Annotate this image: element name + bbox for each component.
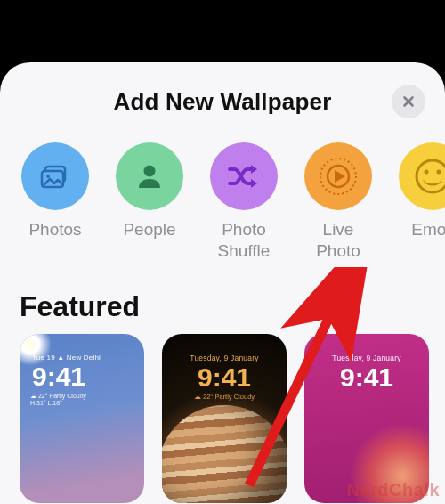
category-label: Photos — [28, 219, 81, 240]
jupiter-graphic — [162, 405, 287, 503]
category-emoji[interactable]: Emoji — [397, 142, 445, 262]
sheet-header: Add New Wallpaper — [0, 80, 445, 123]
category-circle — [399, 142, 445, 210]
wallpaper-date: Tuesday, 9 January — [304, 354, 429, 362]
photos-icon — [37, 159, 73, 194]
wallpaper-date: Tuesday, 9 January — [162, 354, 287, 362]
person-icon — [132, 159, 167, 194]
svg-point-7 — [425, 170, 429, 175]
svg-point-6 — [417, 160, 445, 192]
live-photo-icon — [317, 155, 360, 198]
category-label: People — [123, 219, 175, 240]
svg-point-8 — [437, 170, 441, 175]
svg-point-3 — [144, 166, 156, 177]
category-live-photo[interactable]: Live Photo — [303, 142, 374, 262]
category-photo-shuffle[interactable]: Photo Shuffle — [208, 142, 279, 262]
featured-wallpaper-astronomy[interactable]: Tuesday, 9 January 9:41 ☁ 22° Partly Clo… — [162, 334, 287, 503]
close-button[interactable] — [392, 85, 425, 118]
sheet-title: Add New Wallpaper — [113, 88, 331, 116]
wallpaper-time: 9:41 — [162, 364, 287, 391]
wallpaper-time: 9:41 — [304, 364, 429, 391]
wallpaper-date: Tue 19 ▲ New Delhi — [32, 354, 144, 362]
category-label: Live Photo — [303, 219, 374, 262]
shuffle-icon — [224, 157, 263, 196]
svg-point-2 — [46, 175, 50, 178]
wallpaper-datetime: Tuesday, 9 January 9:41 — [162, 354, 287, 391]
category-row[interactable]: Photos People Photo Shuffle — [0, 123, 445, 262]
wallpaper-datetime: Tue 19 ▲ New Delhi 9:41 — [20, 354, 144, 390]
add-wallpaper-sheet: Add New Wallpaper Photos — [0, 62, 445, 504]
category-label: Emoji — [411, 219, 445, 240]
wallpaper-weather: ☁ 22° Partly Cloudy — [162, 393, 287, 401]
close-icon — [400, 93, 417, 110]
featured-row[interactable]: Tue 19 ▲ New Delhi 9:41 ☁ 22° Partly Clo… — [0, 334, 445, 503]
category-photos[interactable]: Photos — [20, 142, 91, 262]
wallpaper-weather: ☁ 22° Partly Cloudy H:31° L:18° — [30, 393, 86, 409]
category-circle — [304, 142, 372, 210]
featured-wallpaper-weather[interactable]: Tue 19 ▲ New Delhi 9:41 ☁ 22° Partly Clo… — [20, 334, 144, 503]
wallpaper-time: 9:41 — [32, 363, 144, 390]
featured-wallpaper-color[interactable]: Tuesday, 9 January 9:41 — [304, 334, 429, 503]
emoji-icon — [413, 157, 445, 196]
flare-graphic — [349, 423, 429, 503]
category-circle — [210, 142, 278, 210]
category-people[interactable]: People — [114, 142, 185, 262]
category-circle — [21, 142, 89, 210]
category-circle — [116, 142, 183, 210]
category-label: Photo Shuffle — [208, 219, 279, 262]
featured-heading: Featured — [0, 262, 445, 334]
wallpaper-datetime: Tuesday, 9 January 9:41 — [304, 354, 429, 391]
